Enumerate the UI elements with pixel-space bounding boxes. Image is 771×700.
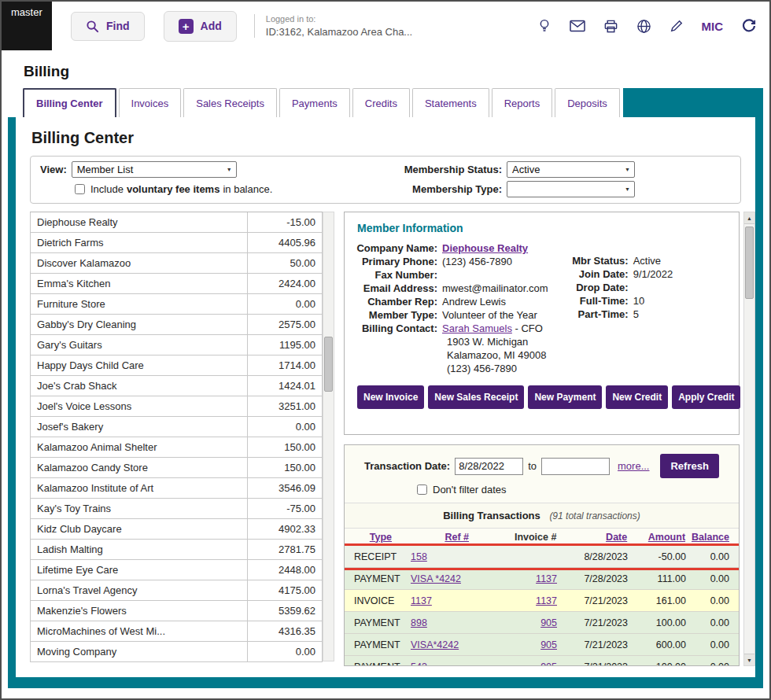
tab[interactable]: Statements bbox=[412, 88, 489, 117]
ref-link[interactable]: 1137 bbox=[411, 595, 432, 606]
member-row[interactable]: Kalamazoo Candy Store 150.00 bbox=[30, 458, 323, 478]
transaction-balance: 0.00 bbox=[692, 639, 739, 650]
transaction-row: PAYMENT 898 905 7/21/2023 100.00 0.00 bbox=[345, 612, 739, 634]
tab[interactable]: Deposits bbox=[555, 88, 620, 117]
to-label: to bbox=[528, 460, 537, 472]
member-row[interactable]: Kalamazoo Animal Shelter 150.00 bbox=[30, 437, 323, 458]
envelope-icon[interactable] bbox=[570, 20, 585, 32]
refresh-button[interactable]: Refresh bbox=[660, 454, 718, 478]
member-list-scrollbar[interactable] bbox=[323, 212, 334, 661]
member-row[interactable]: Discover Kalamazoo 50.00 bbox=[30, 253, 323, 274]
invoice-link[interactable]: 1137 bbox=[536, 595, 557, 606]
action-button[interactable]: New Payment bbox=[528, 385, 602, 409]
member-name: Makenzie's Flowers bbox=[31, 601, 247, 621]
view-select[interactable]: Member List ▼ bbox=[72, 161, 237, 178]
ref-link[interactable]: 898 bbox=[411, 617, 427, 628]
invoice-link[interactable]: 905 bbox=[540, 617, 557, 628]
tab-label: Reports bbox=[504, 98, 540, 109]
member-row[interactable]: Moving Company 0.00 bbox=[30, 642, 323, 662]
member-row[interactable]: MicroMachines of West Mi... 4316.35 bbox=[30, 621, 323, 642]
scrollbar-thumb[interactable] bbox=[324, 337, 333, 392]
membership-status-select[interactable]: Active ▼ bbox=[507, 161, 635, 178]
ref-link[interactable]: VISA*4242 bbox=[411, 639, 459, 650]
member-row[interactable]: Happy Days Child Care 1714.00 bbox=[30, 356, 323, 376]
add-button[interactable]: + Add bbox=[164, 11, 237, 42]
member-balance: 2575.00 bbox=[247, 315, 322, 334]
action-button[interactable]: New Credit bbox=[606, 385, 668, 409]
sort-amount-link[interactable]: Amount bbox=[630, 532, 692, 543]
chamber-rep-value: Andrew Lewis bbox=[442, 295, 572, 308]
member-row[interactable]: Diephouse Realty -15.00 bbox=[30, 212, 323, 233]
invoice-link[interactable]: 905 bbox=[540, 661, 557, 667]
lightbulb-icon[interactable] bbox=[537, 18, 552, 34]
member-row[interactable]: Furniture Store 0.00 bbox=[30, 294, 323, 315]
member-row[interactable]: Joe's Crab Shack 1424.01 bbox=[30, 376, 323, 396]
logged-in-value: ID:3162, Kalamazoo Area Cha... bbox=[266, 26, 412, 38]
ref-link[interactable]: 543 bbox=[411, 661, 427, 667]
member-row[interactable]: Dietrich Farms 4405.96 bbox=[30, 233, 323, 253]
member-balance: 4175.00 bbox=[247, 580, 322, 600]
member-row[interactable]: Kay's Toy Trains -75.00 bbox=[30, 499, 323, 519]
ref-link[interactable]: VISA *4242 bbox=[411, 573, 461, 584]
tab[interactable]: Billing Center bbox=[23, 88, 116, 117]
chevron-down-icon: ▼ bbox=[622, 186, 633, 192]
member-row[interactable]: Gabby's Dry Cleaning 2575.00 bbox=[30, 315, 323, 335]
sort-balance-link[interactable]: Balance bbox=[692, 532, 739, 543]
tab[interactable]: Invoices bbox=[119, 88, 182, 117]
transaction-date: 7/21/2023 bbox=[560, 595, 631, 606]
invoice-link[interactable]: 905 bbox=[540, 639, 557, 650]
app-logo-text: master bbox=[11, 6, 42, 18]
tab[interactable]: Credits bbox=[352, 88, 410, 117]
printer-icon[interactable] bbox=[603, 19, 618, 34]
member-row[interactable]: Josef's Bakery 0.00 bbox=[30, 417, 323, 437]
ref-link[interactable]: 158 bbox=[411, 551, 427, 562]
dont-filter-checkbox[interactable] bbox=[417, 484, 427, 495]
main-area: Diephouse Realty -15.00 Dietrich Farms 4… bbox=[30, 212, 755, 666]
action-button[interactable]: New Invoice bbox=[357, 385, 424, 409]
app-logo[interactable]: master bbox=[2, 2, 52, 50]
pencil-icon[interactable] bbox=[670, 19, 684, 33]
more-link[interactable]: more... bbox=[618, 460, 649, 472]
member-row[interactable]: Kidz Club Daycare 4902.33 bbox=[30, 519, 323, 540]
billing-contact-link[interactable]: Sarah Samuels bbox=[442, 322, 512, 334]
member-name: Diephouse Realty bbox=[31, 212, 247, 232]
sort-ref-link[interactable]: Ref # bbox=[408, 532, 504, 543]
refresh-icon[interactable] bbox=[741, 18, 757, 34]
tab[interactable]: Sales Receipts bbox=[183, 88, 277, 117]
date-from-input[interactable] bbox=[455, 458, 523, 475]
member-row[interactable]: Ladish Malting 2781.75 bbox=[30, 540, 323, 560]
company-name-link[interactable]: Diephouse Realty bbox=[442, 242, 528, 254]
sort-date-link[interactable]: Date bbox=[559, 532, 630, 543]
scroll-down-icon[interactable]: ▼ bbox=[744, 654, 754, 665]
invoice-link[interactable]: 1137 bbox=[536, 573, 557, 584]
date-to-input[interactable] bbox=[541, 458, 610, 475]
tab[interactable]: Reports bbox=[492, 88, 553, 117]
include-voluntary-row: Include voluntary fee items in balance. bbox=[75, 183, 272, 195]
member-name: Joel's Voice Lessons bbox=[31, 396, 247, 416]
action-button[interactable]: New Sales Receipt bbox=[428, 385, 524, 409]
tab[interactable]: Payments bbox=[279, 88, 350, 117]
member-row[interactable]: Joel's Voice Lessons 3251.00 bbox=[30, 396, 323, 417]
member-row[interactable]: Gary's Guitars 1195.00 bbox=[30, 335, 323, 356]
sort-type-link[interactable]: Type bbox=[345, 532, 408, 543]
scroll-up-icon[interactable]: ▲ bbox=[744, 212, 754, 224]
action-button[interactable]: Apply Credit bbox=[672, 385, 740, 409]
mic-label[interactable]: MIC bbox=[702, 20, 724, 33]
member-balance: 1424.01 bbox=[247, 376, 322, 396]
member-row[interactable]: Lifetime Eye Care 2448.00 bbox=[30, 560, 323, 580]
scrollbar-thumb[interactable] bbox=[745, 227, 754, 299]
billing-phone-line: (123) 456-7890 bbox=[447, 362, 572, 375]
member-row[interactable]: Lorna's Travel Agency 4175.00 bbox=[30, 580, 323, 601]
member-row[interactable]: Kalamazoo Institute of Art 3546.09 bbox=[30, 478, 323, 499]
member-name: Happy Days Child Care bbox=[31, 356, 247, 375]
member-name: Kalamazoo Candy Store bbox=[31, 458, 247, 477]
detail-panel: Member Information Company Name:Diephous… bbox=[344, 212, 740, 666]
member-row[interactable]: Emma's Kitchen 2424.00 bbox=[30, 274, 323, 294]
detail-scrollbar[interactable]: ▲ ▼ bbox=[743, 212, 755, 666]
include-voluntary-checkbox[interactable] bbox=[75, 184, 85, 194]
find-button[interactable]: Find bbox=[71, 12, 145, 41]
member-name: Gabby's Dry Cleaning bbox=[31, 315, 247, 334]
membership-type-select[interactable]: ▼ bbox=[507, 181, 635, 197]
member-row[interactable]: Makenzie's Flowers 5359.62 bbox=[30, 601, 323, 621]
globe-icon[interactable] bbox=[636, 19, 651, 34]
